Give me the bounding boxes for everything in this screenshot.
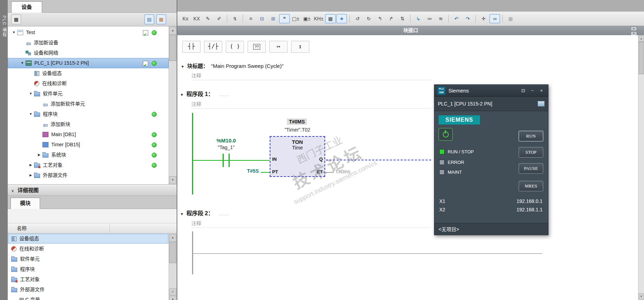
close-branch-icon[interactable]: ↥ bbox=[291, 41, 309, 53]
list-item[interactable]: 在线和诊断 bbox=[8, 244, 169, 254]
tab-module[interactable]: 模块 bbox=[11, 198, 40, 209]
tree-item[interactable]: 添加新设备 bbox=[8, 38, 169, 48]
collapse-icon[interactable]: ▼ bbox=[180, 93, 184, 97]
splitter-up-icon[interactable]: ▲ bbox=[631, 26, 637, 31]
list-item[interactable]: PLC 变量 bbox=[8, 295, 169, 300]
scroll-up-icon[interactable]: ▲ bbox=[169, 27, 176, 34]
network-title-placeholder[interactable]: ..... bbox=[219, 211, 229, 216]
expander-icon[interactable]: ▶ bbox=[28, 160, 33, 170]
pause-button[interactable]: PAUSE bbox=[519, 163, 543, 174]
scroll-down-icon[interactable]: ▼ bbox=[169, 176, 176, 184]
ton-timer-block[interactable]: TON Time IN Q PT ET bbox=[270, 136, 325, 177]
left-edge-strip[interactable]: PLC 编程 bbox=[0, 0, 8, 300]
close-icon[interactable]: × bbox=[538, 87, 545, 94]
float-window-icon[interactable]: ⊡ bbox=[519, 87, 527, 94]
expander-icon[interactable]: ▶ bbox=[37, 150, 42, 160]
name-column-header[interactable]: 名称 bbox=[8, 223, 177, 234]
tree-item[interactable]: ▼程序块 bbox=[8, 109, 169, 119]
power-button[interactable] bbox=[439, 128, 453, 141]
tree-filter-icon[interactable]: ▦ bbox=[11, 14, 21, 24]
call-environment-prev-icon[interactable]: ↺ bbox=[352, 14, 363, 23]
tree-item[interactable]: 添加新块 bbox=[8, 119, 169, 129]
contact-operand[interactable]: %M10.0 bbox=[203, 138, 249, 143]
stop-button[interactable]: STOP bbox=[519, 147, 543, 158]
renumber-icon[interactable]: ✎ bbox=[203, 14, 213, 23]
detail-scrollbar[interactable]: ▲ ≡ ▼ bbox=[169, 234, 177, 300]
expand-networks-icon[interactable]: ≡ bbox=[245, 14, 256, 23]
expander-icon[interactable]: ▼ bbox=[28, 89, 33, 99]
scroll-down-icon[interactable]: ▼ bbox=[169, 296, 176, 300]
tree-item[interactable]: ▶工艺对象 bbox=[8, 160, 169, 170]
collapse-networks-icon[interactable]: ⊟ bbox=[257, 14, 267, 23]
monitoring-icon[interactable]: ∞ bbox=[489, 14, 500, 23]
previous-error-icon[interactable]: ↶ bbox=[451, 14, 462, 23]
scroll-up-icon[interactable]: ▲ bbox=[169, 234, 176, 242]
list-item[interactable]: 设备组态 bbox=[8, 234, 169, 244]
goto-prev-icon[interactable]: ↰ bbox=[375, 14, 385, 23]
tree-item[interactable]: ▼Test bbox=[8, 27, 169, 38]
scrollbar-thumb[interactable] bbox=[169, 35, 176, 61]
editor-scrollbar[interactable]: ▲ ▼ bbox=[638, 35, 644, 300]
scroll-up-icon[interactable]: ▲ bbox=[639, 36, 644, 42]
mres-button[interactable]: MRES bbox=[519, 181, 543, 191]
run-button[interactable]: RUN bbox=[519, 131, 543, 141]
open-networks-icon[interactable]: ⊞ bbox=[268, 14, 278, 23]
empty-box-icon[interactable]: ?? bbox=[248, 41, 266, 53]
block-comment[interactable]: 注释 bbox=[191, 71, 431, 80]
minimize-icon[interactable]: − bbox=[528, 87, 536, 94]
scrollbar-thumb[interactable] bbox=[639, 42, 644, 74]
block-title-value[interactable]: "Main Program Sweep (Cycle)" bbox=[211, 63, 284, 69]
tree-item[interactable]: ▶外部源文件 bbox=[8, 170, 169, 180]
station-icon[interactable] bbox=[538, 101, 545, 107]
timer-elapsed-chip[interactable]: T#0MS bbox=[287, 119, 307, 125]
tree-item[interactable]: Main [OB1] bbox=[8, 129, 169, 140]
first-network-icon[interactable]: ≔ bbox=[424, 14, 435, 23]
coil-icon[interactable]: ( ) bbox=[226, 41, 244, 53]
display-format-icon[interactable]: KH± bbox=[313, 14, 324, 23]
collapse-icon[interactable]: ▼ bbox=[180, 212, 184, 216]
tree-item[interactable]: 设备组态 bbox=[8, 68, 169, 78]
tab-devices[interactable]: 设备 bbox=[11, 1, 42, 13]
pt-value[interactable]: T#5S bbox=[236, 168, 259, 174]
expander-icon[interactable]: ▼ bbox=[20, 58, 25, 68]
tree-item[interactable]: 设备和网络 bbox=[8, 48, 169, 58]
network-2-header[interactable]: ▼ 程序段 2： ..... bbox=[180, 209, 638, 217]
list-item[interactable]: 工艺对象 bbox=[8, 274, 169, 285]
tree-item[interactable]: ▼软件单元 bbox=[8, 89, 169, 99]
scroll-down-icon[interactable]: ▼ bbox=[639, 293, 644, 300]
overview-icon[interactable]: ▦ bbox=[156, 14, 166, 24]
tree-item[interactable]: 添加新软件单元 bbox=[8, 99, 169, 109]
operand-representation-icon[interactable]: ▢± bbox=[290, 14, 301, 23]
network-2-comment[interactable]: 注释 bbox=[191, 219, 431, 228]
favorites-icon[interactable]: ★ bbox=[336, 14, 347, 23]
plcsim-window[interactable]: PLCSIM Siemens ⊡ − × PLC_1 [CPU 1515-2 P… bbox=[434, 84, 548, 235]
collapse-icon[interactable]: ▼ bbox=[181, 65, 184, 69]
lad-editor[interactable]: ▼块标题："Main Program Sweep (Cycle)" 注释 ▼ 程… bbox=[177, 58, 638, 300]
list-item[interactable]: 外部源文件 bbox=[8, 285, 169, 295]
operand-info-icon[interactable]: ▣± bbox=[302, 14, 312, 23]
tree-scrollbar[interactable]: ▲ ▼ bbox=[169, 26, 177, 184]
no-contact-icon[interactable]: ┤├ bbox=[182, 41, 201, 53]
expander-icon[interactable]: ▶ bbox=[28, 170, 33, 180]
call-environment-next-icon[interactable]: ↻ bbox=[363, 14, 374, 23]
list-item[interactable]: 程序块 bbox=[8, 264, 169, 274]
network-title-placeholder[interactable]: ..... bbox=[219, 92, 229, 97]
nc-contact-icon[interactable]: ┤/├ bbox=[204, 41, 222, 53]
next-error-icon[interactable]: ↷ bbox=[462, 14, 473, 23]
snapshot-icon[interactable]: ▦ bbox=[505, 14, 516, 23]
tree-item[interactable]: Timer [DB15] bbox=[8, 140, 169, 150]
last-network-icon[interactable]: ≋ bbox=[435, 14, 446, 23]
network-1-header[interactable]: ▼ 程序段 1： ..... bbox=[180, 89, 638, 98]
scrollbar-thumb[interactable] bbox=[169, 242, 176, 263]
block-interface-bar[interactable]: 块接口 ▲▼ bbox=[177, 26, 644, 35]
absolute-operands-icon[interactable]: ▦ bbox=[325, 14, 336, 23]
tree-item[interactable]: 在线和诊断 bbox=[8, 78, 169, 89]
absolute-addressing-icon[interactable]: KX bbox=[191, 14, 202, 23]
network-1-comment[interactable]: 注释 bbox=[191, 100, 431, 109]
expander-icon[interactable]: ▼ bbox=[28, 109, 33, 119]
network-comments-icon[interactable]: ❝ bbox=[279, 14, 290, 23]
vertical-tab-label[interactable]: PLC 编程 bbox=[1, 15, 7, 38]
jump-label-icon[interactable]: ↳ bbox=[413, 14, 423, 23]
tree-item[interactable]: ▶系统块 bbox=[8, 150, 169, 160]
contact-tag-name[interactable]: "Tag_1" bbox=[203, 145, 249, 150]
